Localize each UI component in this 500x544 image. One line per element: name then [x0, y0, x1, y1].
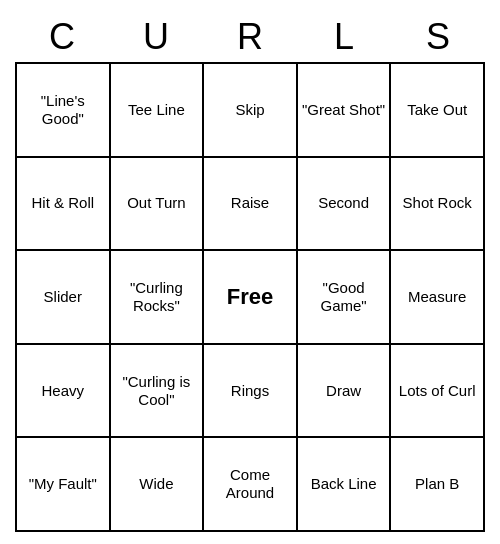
bingo-cell-10: Slider: [17, 251, 111, 345]
bingo-cell-4: Take Out: [391, 64, 485, 158]
bingo-cell-9: Shot Rock: [391, 158, 485, 252]
bingo-cell-7: Raise: [204, 158, 298, 252]
bingo-cell-11: "Curling Rocks": [111, 251, 205, 345]
bingo-cell-20: "My Fault": [17, 438, 111, 532]
bingo-cell-23: Back Line: [298, 438, 392, 532]
bingo-cell-18: Draw: [298, 345, 392, 439]
bingo-cell-22: Come Around: [204, 438, 298, 532]
bingo-cell-16: "Curling is Cool": [111, 345, 205, 439]
header-c: C: [15, 12, 109, 62]
bingo-cell-8: Second: [298, 158, 392, 252]
bingo-cell-15: Heavy: [17, 345, 111, 439]
bingo-grid: "Line's Good"Tee LineSkip"Great Shot"Tak…: [15, 62, 485, 532]
bingo-header: C U R L S: [15, 12, 485, 62]
header-l: L: [297, 12, 391, 62]
bingo-cell-2: Skip: [204, 64, 298, 158]
bingo-cell-14: Measure: [391, 251, 485, 345]
bingo-cell-24: Plan B: [391, 438, 485, 532]
bingo-cell-17: Rings: [204, 345, 298, 439]
bingo-card: C U R L S "Line's Good"Tee LineSkip"Grea…: [15, 12, 485, 532]
bingo-cell-5: Hit & Roll: [17, 158, 111, 252]
bingo-cell-21: Wide: [111, 438, 205, 532]
bingo-cell-13: "Good Game": [298, 251, 392, 345]
bingo-cell-6: Out Turn: [111, 158, 205, 252]
bingo-cell-19: Lots of Curl: [391, 345, 485, 439]
bingo-cell-12: Free: [204, 251, 298, 345]
bingo-cell-3: "Great Shot": [298, 64, 392, 158]
bingo-cell-0: "Line's Good": [17, 64, 111, 158]
bingo-cell-1: Tee Line: [111, 64, 205, 158]
header-u: U: [109, 12, 203, 62]
header-r: R: [203, 12, 297, 62]
header-s: S: [391, 12, 485, 62]
